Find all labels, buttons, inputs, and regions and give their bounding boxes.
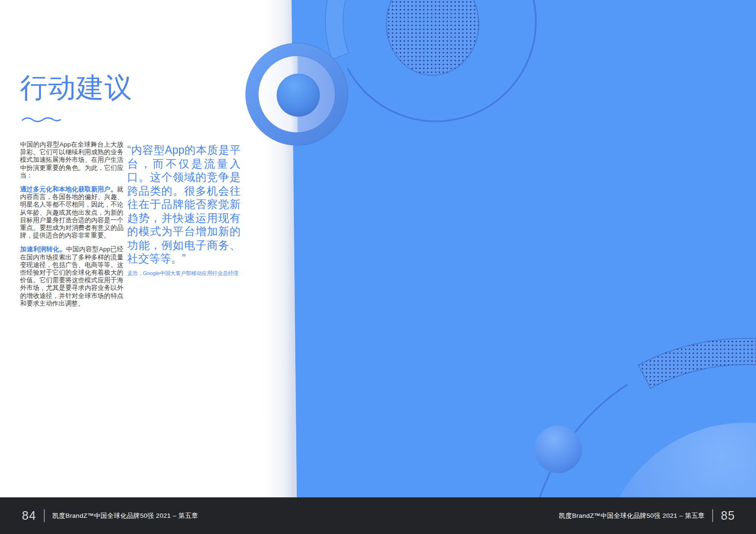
body-column: 中国的内容型App在全球舞台上大放异彩。它们可以继续利用成熟的业务模式加速拓展海… [20, 141, 123, 314]
paragraph-body: 中国内容型App已经在国内市场摸索出了多种多样的流量变现途径，包括广告、电商等等… [20, 246, 123, 307]
chapter-label-left: 凯度BrandZ™中国全球化品牌50强 2021 – 第五章 [52, 512, 198, 520]
wave-underline-icon [21, 116, 61, 123]
paragraph-lead: 加速利润转化。 [20, 246, 66, 253]
chapter-label-right: 凯度BrandZ™中国全球化品牌50强 2021 – 第五章 [559, 512, 705, 520]
page-number-left: 84 [22, 509, 36, 523]
paragraph-lead: 通过多元化和本地化获取新用户。 [20, 186, 117, 193]
quote-attribution: 孟浩，Google中国大客户部移动应用行业总经理 [127, 270, 241, 277]
footer-divider [712, 509, 713, 522]
quote-column: “内容型App的本质是平台，而不仅是流量入口。这个领域的竞争是跨品类的。很多机会… [127, 143, 241, 277]
recommendation-paragraph-1: 通过多元化和本地化获取新用户。就内容而言，各国各地的偏好、兴趣、明星名人等都不尽… [20, 186, 123, 239]
quote-text: “内容型App的本质是平台，而不仅是流量入口。这个领域的竞争是跨品类的。很多机会… [127, 143, 241, 266]
page-title: 行动建议 [20, 72, 132, 103]
decor-ring-sphere [246, 43, 348, 146]
recommendation-paragraph-2: 加速利润转化。中国内容型App已经在国内市场摸索出了多种多样的流量变现途径，包括… [20, 246, 123, 307]
page-number-right: 85 [721, 509, 735, 523]
blue-panel [292, 0, 756, 497]
paragraph-body: 就内容而言，各国各地的偏好、兴趣、明星名人等都不尽相同，因此，不论从年龄、兴趣或… [20, 186, 123, 239]
decor-small-sphere [534, 425, 582, 473]
footer-right: 凯度BrandZ™中国全球化品牌50强 2021 – 第五章 85 [559, 509, 735, 523]
intro-text: 中国的内容型App在全球舞台上大放异彩。它们可以继续利用成熟的业务模式加速拓展海… [20, 141, 123, 179]
intro-paragraph: 中国的内容型App在全球舞台上大放异彩。它们可以继续利用成熟的业务模式加速拓展海… [20, 141, 123, 179]
footer-divider [44, 509, 45, 522]
footer-left: 84 凯度BrandZ™中国全球化品牌50强 2021 – 第五章 [22, 509, 198, 523]
footer: 84 凯度BrandZ™中国全球化品牌50强 2021 – 第五章 凯度Bran… [0, 497, 756, 534]
